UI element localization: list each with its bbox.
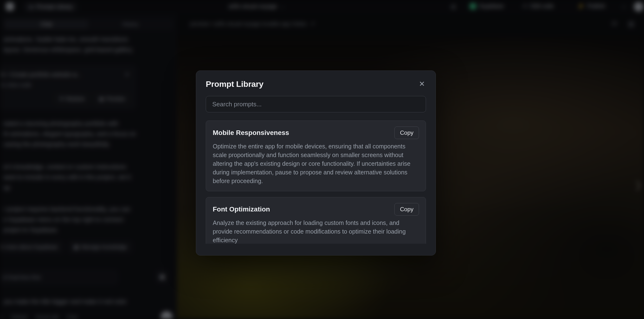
prompt-card-title: Mobile Responsiveness: [213, 129, 289, 137]
prompt-card: Font Optimization Copy Analyze the exist…: [206, 197, 426, 244]
prompt-card-description: Analyze the existing approach for loadin…: [213, 218, 419, 244]
copy-button[interactable]: Copy: [394, 126, 419, 139]
prompt-library-modal: Prompt Library ✕ Mobile Responsiveness C…: [196, 70, 436, 256]
prompt-card-description: Optimize the entire app for mobile devic…: [213, 142, 419, 185]
modal-title: Prompt Library: [206, 80, 264, 89]
search-input[interactable]: [206, 96, 426, 112]
prompt-card: Mobile Responsiveness Copy Optimize the …: [206, 120, 426, 191]
prompt-card-title: Font Optimization: [213, 206, 270, 213]
prompt-card-list: Mobile Responsiveness Copy Optimize the …: [206, 120, 426, 244]
copy-button[interactable]: Copy: [394, 203, 419, 216]
close-icon[interactable]: ✕: [418, 80, 426, 88]
